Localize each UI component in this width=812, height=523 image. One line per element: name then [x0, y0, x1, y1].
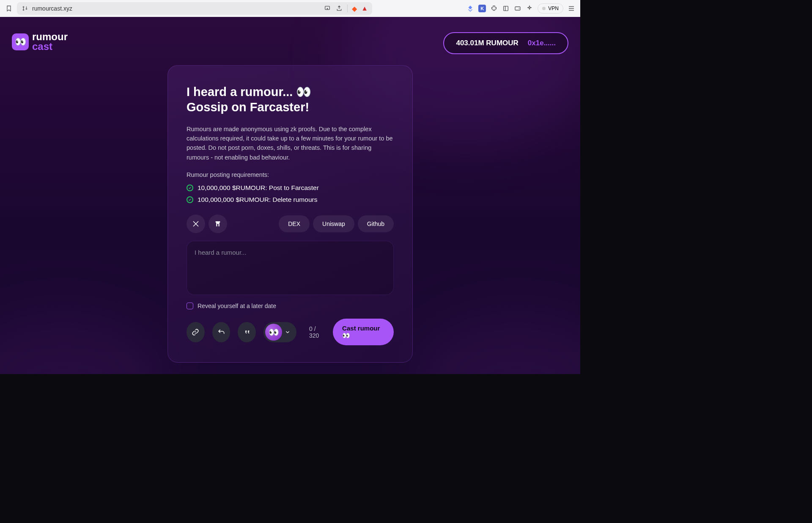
github-link[interactable]: Github — [358, 215, 394, 232]
ai-sparkle-icon[interactable] — [526, 5, 533, 12]
title-line-2: Gossip on Farcaster! — [187, 100, 309, 114]
identity-selector[interactable]: 👀 — [263, 322, 296, 342]
main-menu-icon[interactable] — [568, 5, 575, 12]
svg-point-0 — [23, 6, 24, 7]
reply-button[interactable] — [212, 322, 230, 342]
url-bar[interactable]: rumourcast.xyz ◆ ▲ — [17, 2, 372, 15]
browser-chrome: rumourcast.xyz ◆ ▲ K — [0, 0, 580, 17]
wallet-icon[interactable] — [514, 5, 521, 12]
svg-point-1 — [23, 9, 24, 10]
chevron-down-icon — [285, 329, 291, 335]
x-twitter-link[interactable] — [187, 215, 205, 233]
avatar-icon: 👀 — [265, 324, 282, 341]
reveal-checkbox[interactable] — [187, 303, 193, 309]
vpn-toggle[interactable]: VPN — [538, 3, 563, 14]
svg-rect-5 — [515, 7, 520, 10]
quote-button[interactable] — [238, 322, 256, 342]
card-title: I heard a rumour... 👀 Gossip on Farcaste… — [187, 84, 394, 115]
reveal-label: Reveal yourself at a later date — [198, 303, 276, 309]
cast-rumour-button[interactable]: Cast rumour 👀 — [333, 319, 394, 345]
brave-rewards-icon[interactable]: ▲ — [361, 5, 368, 12]
logo-text-2: cast — [32, 42, 68, 52]
install-app-icon[interactable] — [324, 5, 331, 12]
vpn-label: VPN — [548, 6, 559, 11]
check-icon — [187, 196, 193, 203]
wallet-address: 0x1e...... — [528, 39, 556, 47]
char-counter: 0 / 320 — [309, 325, 325, 339]
wallet-button[interactable]: 403.01M RUMOUR 0x1e...... — [443, 32, 568, 54]
bg-blob — [411, 311, 580, 374]
vpn-status-dot — [542, 7, 546, 10]
divider — [347, 5, 348, 12]
title-line-1: I heard a rumour... 👀 — [187, 85, 311, 99]
share-icon[interactable] — [335, 5, 343, 12]
compose-card: I heard a rumour... 👀 Gossip on Farcaste… — [167, 65, 413, 363]
bookmark-icon[interactable] — [5, 5, 13, 12]
logo[interactable]: 👀 rumour cast — [12, 32, 68, 52]
extensions-menu-icon[interactable] — [490, 5, 498, 12]
sidebar-toggle-icon[interactable] — [502, 5, 510, 12]
extension-icon-1[interactable] — [466, 5, 474, 12]
requirement-text: 100,000,000 $RUMOUR: Delete rumours — [198, 196, 317, 204]
svg-rect-4 — [504, 6, 508, 11]
logo-icon: 👀 — [12, 33, 29, 50]
svg-point-2 — [26, 8, 27, 9]
uniswap-link[interactable]: Uniswap — [313, 215, 354, 232]
requirements-heading: Rumour posting requirements: — [187, 171, 394, 178]
requirement-item: 10,000,000 $RUMOUR: Post to Farcaster — [187, 184, 394, 192]
card-description: Rumours are made anonymous using zk proo… — [187, 124, 394, 162]
check-icon — [187, 184, 193, 191]
brave-shield-icon[interactable]: ◆ — [352, 5, 357, 13]
requirement-text: 10,000,000 $RUMOUR: Post to Farcaster — [198, 184, 319, 192]
extension-icon-2[interactable]: K — [478, 5, 486, 12]
rumour-input[interactable]: I heard a rumour... — [187, 241, 394, 295]
requirement-item: 100,000,000 $RUMOUR: Delete rumours — [187, 196, 394, 204]
farcaster-link[interactable] — [208, 215, 227, 233]
url-text: rumourcast.xyz — [32, 5, 320, 12]
site-settings-icon[interactable] — [21, 5, 29, 12]
wallet-balance: 403.01M RUMOUR — [456, 39, 518, 47]
attach-link-button[interactable] — [187, 322, 205, 342]
bg-blob — [0, 311, 169, 374]
input-placeholder-text: I heard a rumour... — [195, 249, 247, 256]
dex-link[interactable]: DEX — [279, 215, 310, 232]
page-content: 👀 rumour cast 403.01M RUMOUR 0x1e...... … — [0, 17, 580, 374]
